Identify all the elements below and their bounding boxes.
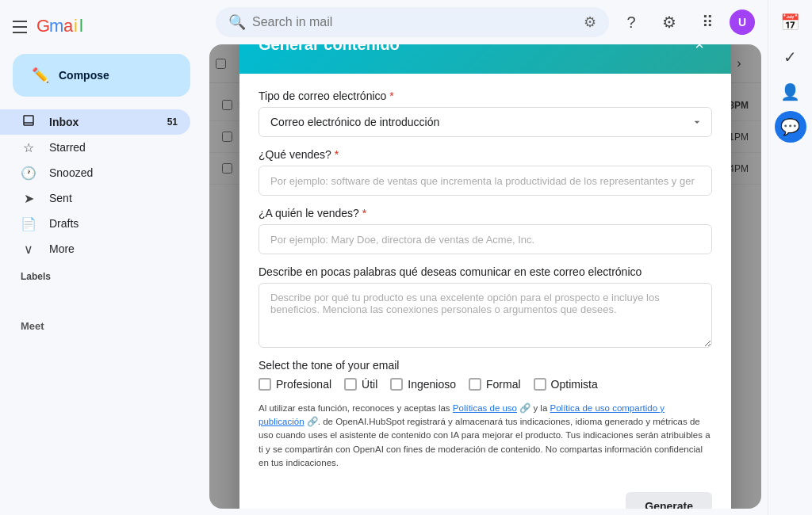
sidebar-nav: Inbox 51 ☆ Starred 🕐 Snoozed ➤ Sent 📄 Dr… — [0, 109, 203, 261]
hamburger-icon[interactable] — [13, 19, 29, 35]
email-type-select[interactable]: Correo electrónico de introducción — [259, 107, 712, 137]
svg-text:i: i — [74, 16, 77, 36]
inbox-badge: 51 — [167, 116, 178, 128]
tone-option-formal[interactable]: Formal — [469, 378, 521, 391]
disclaimer: Al utilizar esta función, reconoces y ac… — [259, 402, 712, 470]
email-type-label: Tipo de correo electrónico * — [259, 90, 712, 102]
what-sell-label: ¿Qué vendes? * — [259, 148, 712, 161]
tone-option-profesional[interactable]: Profesional — [259, 378, 331, 391]
tone-checkbox-formal[interactable] — [469, 378, 481, 391]
modal-body: Tipo de correo electrónico * Correo elec… — [239, 74, 731, 486]
sent-icon: ➤ — [21, 191, 36, 206]
right-panel-chat-icon[interactable]: 💬 — [775, 111, 806, 143]
tone-group: Select the tone of your email Profesiona… — [259, 359, 712, 391]
sidebar: G m a i l ✏️ Compose Inbox 51 ☆ — [0, 0, 203, 515]
tone-checkbox-util[interactable] — [344, 378, 357, 391]
pencil-icon: ✏️ — [32, 67, 49, 84]
who-sell-label: ¿A quién le vendes? * — [259, 207, 712, 219]
what-sell-input[interactable] — [259, 166, 712, 196]
right-panel-tasks-icon[interactable]: ✓ — [775, 41, 806, 73]
modal-header: Generar contenido × — [239, 44, 731, 74]
sidebar-item-sent[interactable]: ➤ Sent — [0, 185, 190, 211]
sidebar-item-label-inbox: Inbox — [49, 116, 79, 128]
inbox-icon — [21, 113, 36, 131]
drafts-icon: 📄 — [21, 216, 36, 231]
svg-text:m: m — [49, 16, 63, 36]
apps-button[interactable]: ⠿ — [691, 6, 723, 38]
tone-checkbox-profesional[interactable] — [259, 378, 271, 391]
who-sell-group: ¿A quién le vendes? * — [259, 207, 712, 254]
communicate-label: Describe en pocas palabras qué deseas co… — [259, 265, 712, 278]
sidebar-item-label-more: More — [49, 242, 75, 255]
sidebar-item-starred[interactable]: ☆ Starred — [0, 135, 190, 160]
tone-option-optimista[interactable]: Optimista — [534, 378, 598, 391]
tone-option-util[interactable]: Útil — [344, 378, 377, 391]
svg-text:G: G — [36, 16, 50, 36]
sidebar-item-label-sent: Sent — [49, 192, 72, 204]
tone-option-ingenioso[interactable]: Ingenioso — [390, 378, 456, 391]
search-bar[interactable]: 🔍 ⚙ — [216, 7, 609, 37]
right-panel-contacts-icon[interactable]: 👤 — [775, 76, 806, 108]
sidebar-item-drafts[interactable]: 📄 Drafts — [0, 211, 190, 236]
tone-checkbox-ingenioso[interactable] — [390, 378, 403, 391]
search-icon: 🔍 — [228, 13, 246, 31]
communicate-group: Describe en pocas palabras qué deseas co… — [259, 265, 712, 348]
top-bar-right: ? ⚙ ⠿ U — [615, 6, 755, 38]
tone-label: Select the tone of your email — [259, 359, 712, 372]
top-bar: 🔍 ⚙ ? ⚙ ⠿ U — [203, 0, 768, 44]
email-type-group: Tipo de correo electrónico * Correo elec… — [259, 90, 712, 137]
more-icon: ∨ — [21, 242, 36, 257]
generate-content-modal: Generar contenido × Tipo de correo elect… — [239, 44, 731, 509]
tone-checkbox-optimista[interactable] — [534, 378, 546, 391]
sidebar-item-snoozed[interactable]: 🕐 Snoozed — [0, 160, 190, 185]
help-button[interactable]: ? — [615, 6, 647, 38]
communicate-textarea[interactable] — [259, 283, 712, 348]
modal-footer: Generate — [239, 486, 731, 509]
inbox-area: ↻ ⋮ 1–50 of 4,847 ‹ › ☆ HubSpot Page... … — [209, 44, 761, 509]
policies-link[interactable]: Políticas de uso — [453, 403, 517, 413]
sidebar-item-label-drafts: Drafts — [49, 217, 79, 230]
modal-close-button[interactable]: × — [687, 44, 712, 58]
right-panel: 📅 ✓ 👤 💬 — [768, 0, 812, 515]
sidebar-header: G m a i l — [0, 6, 203, 48]
avatar[interactable]: U — [730, 10, 755, 35]
svg-text:l: l — [79, 16, 82, 36]
svg-text:a: a — [63, 16, 74, 36]
sidebar-item-inbox[interactable]: Inbox 51 — [0, 109, 190, 135]
sidebar-item-label-snoozed: Snoozed — [49, 166, 93, 179]
right-panel-calendar-icon[interactable]: 📅 — [775, 6, 806, 38]
meet-label: Meet — [0, 317, 203, 335]
snoozed-icon: 🕐 — [21, 166, 36, 181]
search-options-icon[interactable]: ⚙ — [584, 13, 596, 31]
sidebar-item-label-starred: Starred — [49, 141, 86, 154]
settings-button[interactable]: ⚙ — [653, 6, 685, 38]
compose-label: Compose — [59, 69, 109, 82]
search-input[interactable] — [252, 15, 577, 29]
what-sell-group: ¿Qué vendes? * — [259, 148, 712, 196]
gmail-logo: G m a i l — [36, 13, 100, 41]
sidebar-item-more[interactable]: ∨ More — [0, 236, 190, 261]
starred-icon: ☆ — [21, 140, 36, 155]
modal-title: Generar contenido — [259, 44, 400, 54]
main-area: 🔍 ⚙ ? ⚙ ⠿ U ↻ ⋮ 1–50 of 4,847 ‹ › — [203, 0, 768, 515]
tone-options: Profesional Útil Ingenioso — [259, 378, 712, 391]
generate-button[interactable]: Generate — [626, 492, 712, 509]
labels-heading: Labels — [0, 265, 203, 285]
who-sell-input[interactable] — [259, 224, 712, 254]
compose-button[interactable]: ✏️ Compose — [13, 54, 190, 97]
modal-backdrop: Generar contenido × Tipo de correo elect… — [209, 44, 761, 509]
